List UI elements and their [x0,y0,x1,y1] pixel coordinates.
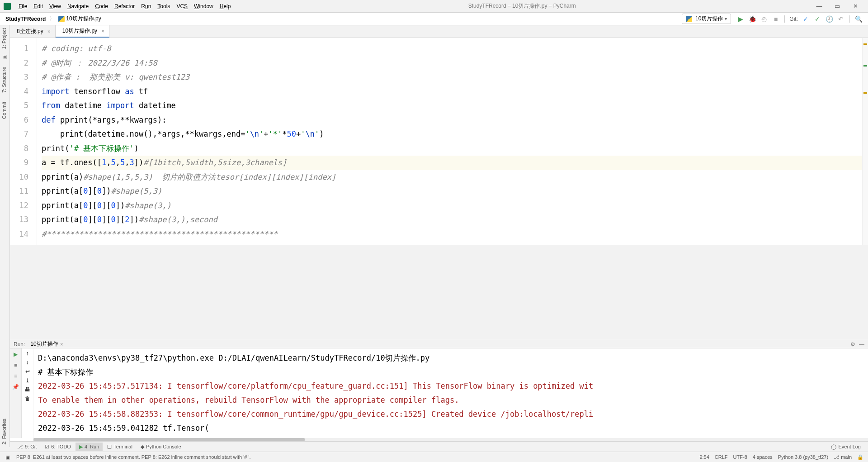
window-minimize[interactable]: — [810,3,828,10]
code-line[interactable]: a = tf.ones([1,5,5,3])#[1bitch,5width,5s… [42,156,862,170]
output-line[interactable]: # 基本下标操作 [38,365,863,379]
up-stack-button[interactable]: ↑ [26,350,29,357]
scroll-end-button[interactable]: ⤓ [25,377,30,384]
code-line[interactable]: from datetime import datetime [42,99,862,113]
stop-button[interactable]: ■ [12,361,20,369]
line-number[interactable]: 8 [10,142,28,156]
down-stack-button[interactable]: ↓ [26,359,29,366]
sidetab-commit[interactable]: Commit [0,99,8,122]
status-indent[interactable]: 4 spaces [753,454,773,460]
warning-marker[interactable] [863,92,867,94]
menu-refactor[interactable]: Refactor [111,3,138,10]
close-icon[interactable]: × [60,341,63,348]
git-history-button[interactable]: 🕘 [824,14,834,24]
git-rollback-button[interactable]: ↶ [836,14,846,24]
line-number[interactable]: 9 [10,156,28,170]
output-line[interactable]: 2022-03-26 15:45:59.041282 tf.Tensor( [38,421,863,435]
code-line[interactable]: # @作者 : 那美那美 v: qwentest123 [42,70,862,85]
gear-icon[interactable]: ⚙ [850,341,855,348]
run-config-selector[interactable]: 10切片操作 ▾ [682,14,731,24]
lock-icon[interactable]: 🔒 [857,454,863,460]
bottomtab-python-console[interactable]: ◆Python Console [137,443,185,451]
window-close[interactable]: ✕ [846,3,864,10]
git-update-button[interactable]: ✓ [801,14,811,24]
menu-edit[interactable]: Edit [30,3,46,10]
debug-button[interactable]: 🐞 [747,14,757,24]
code-editor[interactable]: 1234567891011121314 # coding: utf-8# @时间… [10,38,868,245]
code-area[interactable]: # coding: utf-8# @时间 ： 2022/3/26 14:58# … [37,38,862,245]
editor-scrollbar[interactable] [862,38,868,245]
menu-run[interactable]: Run [138,3,154,10]
menu-navigate[interactable]: Navigate [64,3,92,10]
line-number[interactable]: 5 [10,99,28,113]
editor-tab[interactable]: 10切片操作.py × [56,25,109,38]
warning-marker[interactable] [863,43,867,45]
line-number[interactable]: 1 [10,42,28,56]
restore-layout-button[interactable]: ≡ [12,372,20,380]
close-icon[interactable]: × [101,28,104,34]
window-maximize[interactable]: ▭ [828,3,846,10]
output-line[interactable]: To enable them in other operations, rebu… [38,393,863,407]
code-line[interactable]: # @时间 ： 2022/3/26 14:58 [42,56,862,71]
breadcrumb-file[interactable]: 10切片操作.py [57,14,103,23]
line-number[interactable]: 10 [10,170,28,185]
scrollbar-thumb[interactable] [33,438,305,441]
sidetab-project[interactable]: 1: Project [0,25,8,52]
breadcrumb-project[interactable]: StudyTFRecord [4,15,47,23]
minimize-icon[interactable]: — [859,341,864,348]
git-commit-button[interactable]: ✓ [812,14,822,24]
menu-window[interactable]: Window [191,3,217,10]
line-number[interactable]: 13 [10,213,28,227]
bottomtab-todo[interactable]: ☑6: TODO [41,443,75,451]
status-interpreter[interactable]: Python 3.8 (py38_tf27) [778,454,828,460]
menu-code[interactable]: Code [92,3,111,10]
sidetab-favorites[interactable]: 2: Favorites [0,416,8,447]
code-line[interactable]: #***************************************… [42,227,862,242]
horizontal-scrollbar[interactable] [33,438,868,441]
output-line[interactable]: 2022-03-26 15:45:57.517134: I tensorflow… [38,379,863,393]
menu-tools[interactable]: Tools [154,3,173,10]
code-line[interactable]: print(datetime.now(),*args,**kwargs,end=… [42,127,862,142]
code-line[interactable]: pprint(a[0][0][0])#shape(3,) [42,199,862,213]
clear-button[interactable]: 🗑 [25,395,30,402]
pin-button[interactable]: 📌 [12,383,20,391]
code-line[interactable]: def pprint(*args,**kwargs): [42,113,862,128]
bottomtab-git[interactable]: ⎇9: Git [14,443,40,451]
code-line[interactable]: import tensorflow as tf [42,85,862,99]
editor-tab[interactable]: 8全连接.py × [10,25,56,38]
print-button[interactable]: 🖶 [25,386,30,393]
close-icon[interactable]: × [47,29,51,35]
output-line[interactable]: D:\anaconda3\envs\py38_tf27\python.exe D… [38,351,863,365]
sidetab-structure[interactable]: 7: Structure [0,64,8,95]
line-number[interactable]: 7 [10,127,28,142]
menu-help[interactable]: Help [217,3,234,10]
status-cursor-pos[interactable]: 9:54 [699,454,709,460]
output-line[interactable]: 2022-03-26 15:45:58.882353: I tensorflow… [38,407,863,421]
line-number[interactable]: 2 [10,56,28,71]
menu-file[interactable]: File [15,3,30,10]
status-line-separator[interactable]: CRLF [715,454,728,460]
code-line[interactable]: print('# 基本下标操作') [42,142,862,156]
status-encoding[interactable]: UTF-8 [733,454,747,460]
rerun-button[interactable]: ▶ [12,350,20,358]
code-line[interactable]: pprint(a[0][0])#shape(5,3) [42,184,862,199]
line-number[interactable]: 6 [10,113,28,128]
run-button[interactable]: ▶ [736,14,745,24]
run-panel-tab[interactable]: 10切片操作 × [28,340,63,348]
line-number[interactable]: 4 [10,85,28,99]
code-line[interactable]: pprint(a)#shape(1,5,5,3) 切片的取值方法tesor[in… [42,170,862,185]
bottomtab-run[interactable]: ▶4: Run [75,443,103,451]
soft-wrap-button[interactable]: ↩ [25,368,30,375]
line-number[interactable]: 14 [10,227,28,242]
status-branch[interactable]: ⎇ main [834,454,852,460]
code-line[interactable]: # coding: utf-8 [42,42,862,56]
run-output[interactable]: D:\anaconda3\envs\py38_tf27\python.exe D… [33,348,868,438]
menu-view[interactable]: View [46,3,64,10]
line-number[interactable]: 11 [10,184,28,199]
coverage-button[interactable]: ◴ [759,14,769,24]
code-line[interactable]: pprint(a[0][0][0][2])#shape(3,),second [42,213,862,227]
line-number[interactable]: 3 [10,70,28,85]
search-everywhere-button[interactable]: 🔍 [854,14,863,24]
bottomtab-terminal[interactable]: ❏Terminal [104,443,136,451]
stop-button[interactable]: ■ [771,14,781,24]
